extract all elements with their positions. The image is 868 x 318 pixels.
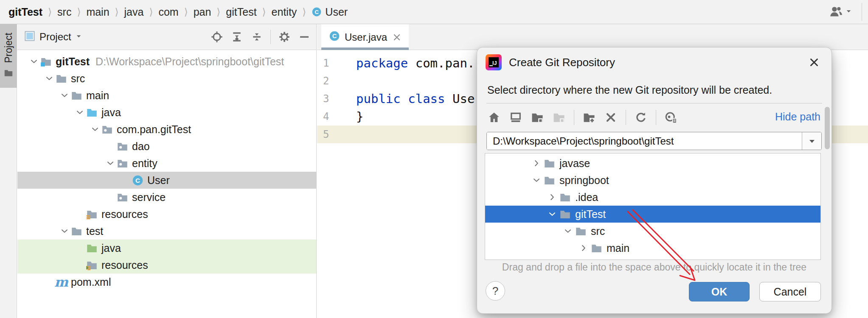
- breadcrumb-label: User: [325, 6, 348, 18]
- directory-tree-row[interactable]: [485, 257, 820, 260]
- project-root-path: D:\Workspace\Project\springboot\gitTest: [96, 56, 284, 68]
- refresh-icon[interactable]: [634, 111, 648, 124]
- folder-test-icon: [86, 243, 98, 254]
- chevron-down-icon[interactable]: [545, 208, 559, 220]
- directory-tree-row-idea[interactable]: .idea: [485, 189, 820, 206]
- project-tree[interactable]: gitTestD:\Workspace\Project\springboot\g…: [17, 50, 316, 318]
- directory-tree-row-src[interactable]: src: [485, 223, 820, 240]
- user-menu-button[interactable]: [829, 5, 843, 19]
- project-tree-row-user[interactable]: CUser: [17, 172, 316, 189]
- breadcrumb-item-pan[interactable]: pan: [194, 6, 211, 18]
- breadcrumb-item-src[interactable]: src: [57, 6, 71, 18]
- hide-path-link[interactable]: Hide path: [775, 111, 820, 123]
- drag-drop-hint: Drag and drop a file into the space abov…: [477, 262, 831, 273]
- project-tree-row-main[interactable]: main: [17, 87, 316, 104]
- ok-button[interactable]: OK: [689, 282, 750, 301]
- folder-java-icon: [86, 107, 98, 118]
- breadcrumb-label: gitTest: [226, 6, 256, 18]
- chevron-spacer: [73, 208, 86, 220]
- project-directory-icon[interactable]: [531, 111, 544, 124]
- project-tree-row-java[interactable]: java: [17, 240, 316, 257]
- hide-icon[interactable]: [298, 30, 311, 44]
- breadcrumb-separator: ⟩: [149, 6, 153, 17]
- close-icon[interactable]: [807, 55, 821, 70]
- chevron-down-icon[interactable]: [58, 225, 71, 237]
- chevron-right-icon[interactable]: [529, 157, 544, 169]
- chevron-down-icon[interactable]: [43, 73, 56, 84]
- desktop-icon[interactable]: [509, 111, 522, 124]
- breadcrumb-item-entity[interactable]: entity: [272, 6, 297, 18]
- project-tree-row-src[interactable]: src: [17, 70, 316, 87]
- chevron-down-icon[interactable]: [28, 56, 40, 67]
- chevron-right-icon[interactable]: [576, 259, 591, 260]
- chevron-down-icon[interactable]: [58, 89, 71, 101]
- editor-tab-user-java[interactable]: C User.java: [321, 24, 409, 50]
- new-folder-icon[interactable]: [582, 111, 596, 124]
- chevron-right-icon[interactable]: [576, 242, 591, 254]
- collapse-all-icon[interactable]: [250, 30, 264, 44]
- breadcrumb-item-gittest[interactable]: gitTest: [226, 6, 256, 18]
- chevron-down-icon[interactable]: [561, 225, 575, 237]
- intellij-logo-icon: IJ: [486, 54, 502, 70]
- chevron-down-icon[interactable]: [529, 174, 544, 186]
- tree-item-label: com.pan.gitTest: [117, 123, 191, 136]
- close-icon[interactable]: [392, 32, 402, 42]
- project-tree-row-entity[interactable]: entity: [17, 155, 316, 172]
- project-tree-row-test[interactable]: test: [17, 223, 316, 240]
- tree-item-label: main: [86, 89, 109, 102]
- project-tree-row-service[interactable]: service: [17, 189, 316, 206]
- breadcrumb-item-user[interactable]: CUser: [312, 6, 348, 18]
- directory-tree-row-javase[interactable]: javase: [485, 155, 820, 172]
- breadcrumb-separator: ⟩: [216, 6, 220, 17]
- ide-window: gitTest⟩src⟩main⟩java⟩com⟩pan⟩gitTest⟩en…: [0, 0, 868, 318]
- breadcrumb-separator: ⟩: [77, 6, 81, 17]
- project-tree-row-pom-xml[interactable]: mpom.xml: [17, 273, 316, 290]
- directory-tree-scrollbar[interactable]: [825, 107, 830, 149]
- tree-item-label: service: [132, 191, 166, 204]
- delete-icon[interactable]: [604, 111, 618, 124]
- breadcrumb-item-gittest[interactable]: gitTest: [8, 6, 42, 18]
- path-input[interactable]: [487, 132, 802, 150]
- tree-item-label: pom.xml: [71, 276, 111, 288]
- folder-icon: [591, 259, 602, 260]
- breadcrumb-item-main[interactable]: main: [86, 6, 109, 18]
- settings-icon[interactable]: [278, 30, 291, 44]
- locate-icon[interactable]: [210, 30, 224, 44]
- project-tree-row-com-pan-gittest[interactable]: com.pan.gitTest: [17, 121, 316, 138]
- project-view-selector[interactable]: Project: [24, 31, 82, 43]
- chevron-down-icon[interactable]: [89, 123, 101, 135]
- folder-icon: [559, 192, 571, 203]
- chevron-right-icon[interactable]: [545, 191, 559, 203]
- directory-tree[interactable]: javasespringboot.ideagitTestsrcmain: [485, 153, 821, 260]
- home-icon[interactable]: [487, 111, 501, 124]
- package-icon: [117, 158, 128, 169]
- project-tree-row-java[interactable]: java: [17, 104, 316, 121]
- breadcrumb-label: java: [124, 6, 144, 18]
- cancel-button[interactable]: Cancel: [759, 282, 821, 301]
- tree-item-label: entity: [132, 157, 157, 170]
- directory-tree-row-main[interactable]: main: [485, 240, 820, 257]
- dialog-separator: [486, 103, 822, 103]
- project-tree-row-resources[interactable]: resources: [17, 206, 316, 223]
- project-tree-row-resources[interactable]: resources: [17, 257, 316, 273]
- help-button[interactable]: ?: [486, 281, 505, 301]
- directory-tree-row-gittest[interactable]: gitTest: [485, 206, 820, 223]
- expand-all-icon[interactable]: [230, 30, 244, 44]
- svg-text:C: C: [315, 9, 319, 15]
- directory-tree-row-springboot[interactable]: springboot: [485, 172, 820, 189]
- toolbar-divider: [574, 110, 574, 125]
- project-tree-row-dao[interactable]: dao: [17, 138, 316, 155]
- breadcrumb-item-com[interactable]: com: [158, 6, 178, 18]
- chevron-down-icon[interactable]: [104, 157, 117, 169]
- intellij-logo-text: IJ: [492, 60, 497, 66]
- breadcrumb-separator: ⟩: [48, 6, 52, 17]
- combo-dropdown-button[interactable]: [802, 132, 821, 150]
- breadcrumb-item-java[interactable]: java: [124, 6, 144, 18]
- breadcrumb-label: pan: [194, 6, 211, 18]
- chevron-down-icon[interactable]: [73, 106, 86, 118]
- show-hidden-icon[interactable]: [664, 111, 678, 124]
- chevron-spacer: [119, 174, 132, 186]
- project-stripe-button[interactable]: Project: [0, 24, 17, 88]
- project-tree-row-gittest[interactable]: gitTestD:\Workspace\Project\springboot\g…: [17, 53, 316, 70]
- toolbar-divider: [626, 110, 626, 125]
